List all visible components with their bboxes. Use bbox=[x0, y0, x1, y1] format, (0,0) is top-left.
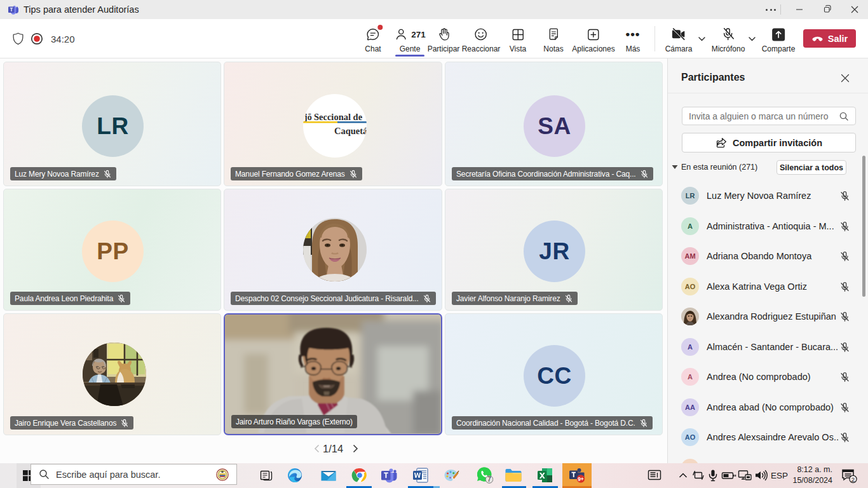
svg-text:9+: 9+ bbox=[578, 476, 584, 482]
svg-text:7: 7 bbox=[487, 475, 491, 483]
svg-text:2: 2 bbox=[851, 475, 855, 482]
svg-text:Seccional de: Seccional de bbox=[314, 112, 363, 122]
svg-text:jõ: jõ bbox=[304, 112, 312, 122]
svg-text:Caquetá: Caquetá bbox=[334, 126, 367, 136]
